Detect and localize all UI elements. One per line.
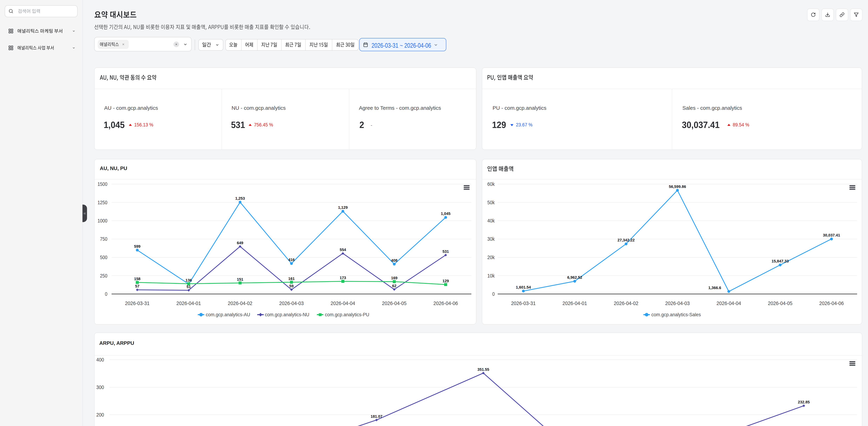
svg-text:1,366.6: 1,366.6 <box>708 286 721 290</box>
svg-text:57: 57 <box>135 284 139 288</box>
svg-text:30k: 30k <box>487 236 495 242</box>
svg-text:27,342.22: 27,342.22 <box>618 238 635 242</box>
svg-text:2026-04-05: 2026-04-05 <box>768 300 793 306</box>
svg-text:1,045: 1,045 <box>441 211 451 216</box>
svg-text:6,962.52: 6,962.52 <box>567 275 582 280</box>
svg-text:161: 161 <box>288 276 295 281</box>
svg-text:10k: 10k <box>487 273 495 278</box>
svg-text:750: 750 <box>100 236 107 242</box>
svg-text:1500: 1500 <box>97 181 107 187</box>
svg-text:2026-03-31: 2026-03-31 <box>125 300 150 306</box>
svg-text:599: 599 <box>134 244 141 249</box>
svg-text:2026-04-04: 2026-04-04 <box>331 300 355 306</box>
svg-text:129: 129 <box>442 279 449 283</box>
svg-text:158: 158 <box>134 276 141 281</box>
svg-text:2026-04-06: 2026-04-06 <box>433 300 458 306</box>
svg-text:1,601.54: 1,601.54 <box>516 285 531 289</box>
svg-text:60k: 60k <box>487 181 495 187</box>
svg-text:0: 0 <box>492 291 495 297</box>
svg-text:com.gcp.analytics-Sales: com.gcp.analytics-Sales <box>651 312 701 317</box>
svg-text:2026-04-03: 2026-04-03 <box>279 300 304 306</box>
svg-text:173: 173 <box>340 275 346 280</box>
svg-text:com.gcp.analytics-NU: com.gcp.analytics-NU <box>265 312 309 317</box>
svg-text:200: 200 <box>96 412 104 418</box>
svg-text:416: 416 <box>288 258 295 262</box>
svg-text:30,037.41: 30,037.41 <box>823 233 840 237</box>
svg-text:649: 649 <box>237 241 243 245</box>
svg-text:181.07: 181.07 <box>371 414 382 419</box>
svg-text:com.gcp.analytics-AU: com.gcp.analytics-AU <box>206 312 250 317</box>
svg-text:2026-04-03: 2026-04-03 <box>665 300 690 306</box>
svg-text:56,599.86: 56,599.86 <box>669 185 686 189</box>
svg-text:500: 500 <box>100 255 107 260</box>
svg-text:20k: 20k <box>487 255 495 260</box>
svg-text:232.85: 232.85 <box>798 400 810 404</box>
svg-text:1000: 1000 <box>97 218 107 224</box>
svg-text:169: 169 <box>391 276 398 280</box>
svg-text:2026-04-01: 2026-04-01 <box>177 300 201 306</box>
svg-text:62: 62 <box>392 284 396 288</box>
svg-text:1250: 1250 <box>97 200 107 205</box>
svg-text:408: 408 <box>391 258 398 263</box>
svg-text:51: 51 <box>186 285 191 289</box>
svg-text:2026-04-06: 2026-04-06 <box>819 300 844 306</box>
svg-text:2026-04-01: 2026-04-01 <box>562 300 587 306</box>
svg-text:50k: 50k <box>487 200 495 205</box>
svg-text:1,129: 1,129 <box>338 205 348 210</box>
svg-text:531: 531 <box>442 249 449 254</box>
svg-text:2026-04-04: 2026-04-04 <box>716 300 741 306</box>
svg-text:com.gcp.analytics-PU: com.gcp.analytics-PU <box>325 312 369 317</box>
svg-text:2026-03-31: 2026-03-31 <box>511 300 535 306</box>
svg-text:250: 250 <box>100 273 107 278</box>
svg-text:554: 554 <box>340 248 346 252</box>
svg-text:2026-04-02: 2026-04-02 <box>614 300 639 306</box>
svg-text:400: 400 <box>96 357 104 363</box>
svg-text:2026-04-05: 2026-04-05 <box>382 300 407 306</box>
svg-text:351.55: 351.55 <box>477 367 489 372</box>
svg-text:0: 0 <box>105 291 107 297</box>
svg-text:2026-04-02: 2026-04-02 <box>228 300 252 306</box>
svg-text:40k: 40k <box>487 218 495 224</box>
svg-text:136: 136 <box>185 278 192 283</box>
svg-text:59: 59 <box>289 284 293 288</box>
svg-text:151: 151 <box>237 277 243 282</box>
svg-text:1,253: 1,253 <box>235 196 245 201</box>
svg-text:300: 300 <box>96 385 104 390</box>
svg-text:15,847.33: 15,847.33 <box>772 259 789 263</box>
